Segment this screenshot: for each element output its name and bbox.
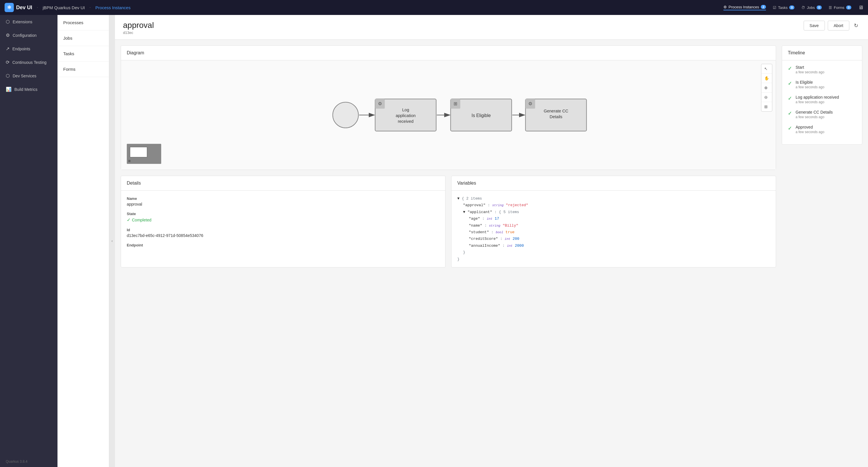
detail-endpoint-row: Endpoint: [127, 243, 439, 249]
sidebar-item-dev-services[interactable]: ⬡ Dev Services: [0, 69, 58, 83]
nav-jobs[interactable]: ⏱ Jobs 0: [801, 5, 822, 10]
sub-nav-tasks[interactable]: Tasks: [58, 46, 109, 62]
timeline-title: Timeline: [782, 46, 862, 60]
variables-root-close: }: [457, 256, 770, 263]
zoom-in-tool[interactable]: ⊕: [762, 83, 772, 93]
timeline-panel: Timeline ✓ Start a few seconds ago ✓ Is …: [782, 46, 862, 145]
income-type: int: [507, 244, 513, 247]
sub-navigation: Processes Jobs Tasks Forms: [58, 15, 109, 467]
sidebar-item-configuration[interactable]: ⚙ Configuration: [0, 28, 58, 42]
configuration-icon: ⚙: [6, 32, 10, 38]
collapse-sidebar-button[interactable]: ‹: [109, 15, 115, 467]
hand-tool[interactable]: ✋: [762, 74, 772, 83]
variables-income-row: "annualIncome" : int 2000: [457, 242, 770, 249]
timeline-item-log-app: ✓ Log application received a few seconds…: [788, 95, 856, 104]
main-layout: ⬡ Extensions ⚙ Configuration ↗ Endpoints…: [0, 15, 868, 467]
brand-icon: ⚛: [5, 3, 14, 12]
forms-label: Forms: [834, 5, 844, 10]
main-column: Diagram: [121, 46, 776, 267]
nav-tasks[interactable]: ☑ Tasks 0: [773, 5, 795, 10]
variables-age-row: "age" : int 17: [457, 215, 770, 222]
timeline-time-log-app: a few seconds ago: [796, 100, 839, 104]
nav-forms[interactable]: ☰ Forms 0: [829, 5, 851, 10]
variables-name-row: "name" : string "Billy": [457, 222, 770, 229]
credit-value: 200: [513, 237, 519, 241]
sidebar-item-continuous-testing[interactable]: ⟳ Continuous Testing: [0, 56, 58, 69]
log-label-2: application: [396, 113, 415, 118]
process-instances-icon: ⚙: [723, 5, 727, 9]
sub-nav-processes[interactable]: Processes: [58, 15, 109, 30]
timeline-name-log-app: Log application received: [796, 95, 839, 99]
json-toggle-root[interactable]: ▼: [457, 196, 460, 201]
student-type: bool: [496, 231, 503, 234]
timeline-time-approved: a few seconds ago: [796, 130, 824, 134]
sidebar-item-endpoints[interactable]: ↗ Endpoints: [0, 42, 58, 56]
timeline-name-approved: Approved: [796, 125, 824, 129]
abort-button[interactable]: Abort: [828, 21, 849, 30]
top-nav-links: ⚙ Process Instances 2 ☑ Tasks 0 ⏱ Jobs 0…: [723, 5, 863, 11]
timeline-item-generate-cc: ✓ Generate CC Details a few seconds ago: [788, 110, 856, 119]
timeline-check-approved: ✓: [788, 125, 792, 134]
log-label-1: Log: [402, 108, 409, 112]
fit-tool[interactable]: ⊞: [762, 102, 772, 111]
sidebar-label-configuration: Configuration: [13, 33, 36, 38]
mini-map-viewport: [130, 147, 147, 157]
applicant-count: 5 items: [503, 210, 519, 214]
breadcrumb: Process Instances: [95, 5, 131, 10]
diagram-panel: Diagram: [121, 46, 776, 170]
diagram-area: ⚙ Log application received ⊞ Is Eligible: [121, 60, 776, 170]
timeline-check-log-app: ✓: [788, 95, 792, 104]
timeline-info-log-app: Log application received a few seconds a…: [796, 95, 839, 104]
nav-process-instances[interactable]: ⚙ Process Instances 2: [723, 5, 766, 10]
sub-nav-jobs[interactable]: Jobs: [58, 30, 109, 46]
student-value: true: [505, 230, 515, 234]
mini-map-icon: ⊞: [128, 159, 130, 163]
sidebar-label-continuous-testing: Continuous Testing: [12, 60, 46, 65]
sidebar-item-extensions[interactable]: ⬡ Extensions: [0, 15, 58, 28]
monitor-icon[interactable]: 🖥: [858, 5, 863, 11]
brand: ⚛ Dev UI: [5, 3, 32, 12]
top-navigation: ⚛ Dev UI · jBPM Quarkus Dev UI · Process…: [0, 0, 868, 15]
zoom-out-tool[interactable]: ⊖: [762, 93, 772, 102]
timeline-info-generate-cc: Generate CC Details a few seconds ago: [796, 110, 833, 119]
page-title: approval: [123, 21, 154, 30]
timeline-info-start: Start a few seconds ago: [796, 65, 824, 74]
details-panel: Details Name approval State ✓ Completed: [121, 176, 445, 267]
log-label-3: received: [398, 119, 413, 124]
select-tool[interactable]: ↖: [762, 64, 772, 74]
timeline-time-generate-cc: a few seconds ago: [796, 115, 833, 119]
timeline-name-generate-cc: Generate CC Details: [796, 110, 833, 114]
name-type: string: [489, 224, 500, 228]
timeline-time-is-eligible: a few seconds ago: [796, 85, 824, 89]
tasks-icon: ☑: [773, 5, 776, 10]
generate-cc-label-2: Details: [550, 114, 562, 119]
detail-state-row: State ✓ Completed: [127, 212, 439, 223]
sub-nav-forms[interactable]: Forms: [58, 62, 109, 77]
forms-icon: ☰: [829, 5, 832, 10]
endpoints-icon: ↗: [6, 46, 9, 52]
timeline-item-approved: ✓ Approved a few seconds ago: [788, 125, 856, 134]
details-title: Details: [121, 176, 445, 191]
diagram-svg: ⚙ Log application received ⊞ Is Eligible: [121, 60, 776, 170]
sidebar: ⬡ Extensions ⚙ Configuration ↗ Endpoints…: [0, 15, 58, 467]
name-label: Name: [127, 196, 439, 201]
student-key: "student": [469, 230, 489, 234]
sidebar-label-endpoints: Endpoints: [12, 47, 30, 51]
mini-map[interactable]: ⊞: [127, 144, 161, 164]
json-root-brace: {: [462, 196, 466, 201]
brand-name: Dev UI: [16, 5, 32, 11]
nav-separator2: ·: [89, 5, 91, 10]
name-value: "Billy": [503, 224, 519, 228]
page-header: approval d13ec Save Abort ↻: [115, 15, 868, 40]
json-items-count: 2 items: [466, 196, 482, 201]
refresh-button[interactable]: ↻: [852, 21, 860, 30]
variables-content: ▼ { 2 items "approval" : string "rejecte…: [452, 191, 776, 267]
json-toggle-applicant[interactable]: ▼: [463, 210, 465, 214]
sidebar-item-build-metrics[interactable]: 📊 Build Metrics: [0, 83, 58, 96]
start-node[interactable]: [333, 102, 359, 128]
timeline-check-generate-cc: ✓: [788, 110, 792, 119]
tasks-badge: 0: [789, 5, 795, 9]
generate-cc-label-1: Generate CC: [544, 109, 568, 113]
save-button[interactable]: Save: [804, 21, 825, 30]
quarkus-version: Quarkus 3.8.4: [0, 456, 58, 467]
